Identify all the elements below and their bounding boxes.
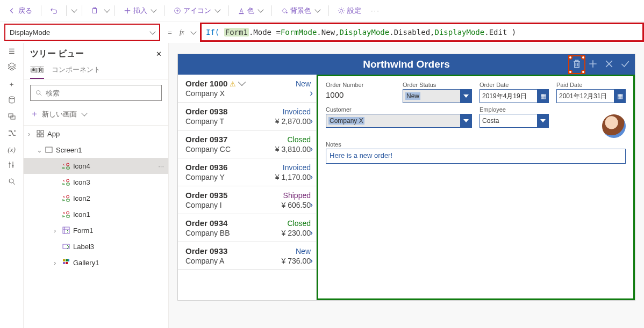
field-paid-date: Paid Date 2001年12月31日▦ xyxy=(556,82,626,103)
bucket-icon xyxy=(281,7,288,14)
order-date-picker[interactable]: 2019年4月19日▦ xyxy=(480,89,549,103)
tree-title: ツリー ビュー xyxy=(30,48,84,60)
rail-advanced[interactable] xyxy=(8,129,16,139)
rail-variables[interactable]: (x) xyxy=(8,145,15,154)
settings-button[interactable]: 設定 xyxy=(334,4,364,18)
svg-point-20 xyxy=(67,212,69,214)
tree-item-icon xyxy=(44,145,54,154)
accept-icon[interactable] xyxy=(620,59,631,71)
employee-dropdown[interactable]: Costa xyxy=(480,114,549,128)
fx-button[interactable]: fx xyxy=(175,28,200,37)
color-button[interactable]: 色 xyxy=(234,4,266,18)
rail-tools[interactable] xyxy=(8,161,16,171)
chevron-right-icon: › xyxy=(310,255,313,266)
rail-hamburger[interactable]: ☰ xyxy=(9,47,15,55)
tree-item-label: App xyxy=(47,130,164,138)
paid-date-picker[interactable]: 2001年12月31日▦ xyxy=(556,89,626,103)
undo-icon xyxy=(50,7,58,14)
customer-dropdown[interactable]: Company X xyxy=(326,114,472,128)
gallery-item[interactable]: Order 0938InvoicedCompany T¥ 2,870.00› xyxy=(178,103,316,130)
tree-item-label: Gallery1 xyxy=(73,259,164,267)
chevron-down-icon[interactable] xyxy=(71,6,77,12)
order-status-dropdown[interactable]: New xyxy=(403,89,472,103)
rail-search[interactable] xyxy=(8,177,16,187)
svg-point-4 xyxy=(286,12,288,13)
gallery-item[interactable]: Order 0933NewCompany A¥ 736.00› xyxy=(178,242,316,270)
rail-tree[interactable] xyxy=(7,62,17,73)
gallery-item[interactable]: Order 0934ClosedCompany BB¥ 230.00› xyxy=(178,214,316,242)
svg-point-19 xyxy=(67,195,69,198)
chevron-down-icon xyxy=(257,6,263,12)
gallery-item[interactable]: Order 0936InvoicedCompany Y¥ 1,170.00› xyxy=(178,158,316,186)
tree-item-icon2[interactable]: Icon2 xyxy=(24,190,168,206)
fx-icon: fx xyxy=(180,28,188,37)
cancel-icon[interactable] xyxy=(604,59,614,71)
order-gallery[interactable]: Order 1000⚠NewCompany X›Order 0938Invoic… xyxy=(178,75,317,300)
tree-item-form1[interactable]: ›Form1 xyxy=(24,222,168,238)
gallery-item[interactable]: Order 0935ShippedCompany I¥ 606.50› xyxy=(178,186,316,214)
delete-icon-selected[interactable] xyxy=(571,59,582,71)
canvas[interactable]: Northwind Orders Order 1000⚠NewCompany X… xyxy=(169,43,644,328)
tree-item-label: Icon1 xyxy=(73,210,164,218)
tree-item-gallery1[interactable]: ›Gallery1 xyxy=(24,254,168,271)
svg-rect-14 xyxy=(37,134,40,137)
svg-rect-26 xyxy=(63,262,65,264)
gallery-item[interactable]: Order 0937ClosedCompany CC¥ 3,810.00› xyxy=(178,130,316,158)
chevron-down-icon[interactable] xyxy=(104,6,110,12)
tree-item-icon3[interactable]: Icon3 xyxy=(24,174,168,190)
plus-icon xyxy=(124,7,131,14)
tree-search[interactable] xyxy=(30,85,162,101)
formula-bar: DisplayMode = fx If( Form1 .Mode = FormM… xyxy=(0,21,644,43)
undo-button[interactable] xyxy=(47,5,61,17)
tree-item-icon xyxy=(35,129,45,138)
property-selector[interactable]: DisplayMode xyxy=(4,24,160,41)
icon-button[interactable]: アイコン xyxy=(170,4,223,18)
bgcolor-button[interactable]: 背景色 xyxy=(277,4,323,18)
employee-avatar xyxy=(602,114,626,138)
separator xyxy=(328,5,329,16)
chevron-down-icon xyxy=(151,6,156,12)
check-icon xyxy=(620,59,631,69)
rail-media[interactable] xyxy=(8,112,16,122)
rail-insert[interactable]: ＋ xyxy=(8,79,15,89)
tree-item-icon4[interactable]: Icon4··· xyxy=(24,158,168,174)
tree-item-label: Icon4 xyxy=(73,162,156,170)
tree-search-input[interactable] xyxy=(46,89,157,97)
app-header: Northwind Orders xyxy=(178,54,635,75)
new-screen-button[interactable]: ＋ 新しい画面 xyxy=(30,106,162,122)
back-button[interactable]: 戻る xyxy=(5,4,35,18)
add-icon[interactable] xyxy=(588,59,598,71)
tree-item-icon xyxy=(61,162,71,170)
warning-icon: ⚠ xyxy=(230,80,236,88)
calendar-icon: ▦ xyxy=(614,89,626,103)
close-icon[interactable]: ✕ xyxy=(156,50,162,58)
separator xyxy=(228,5,229,16)
database-icon xyxy=(8,96,16,104)
tree-item-label3[interactable]: Label3 xyxy=(24,238,168,254)
svg-point-11 xyxy=(37,91,40,94)
tab-screens[interactable]: 画面 xyxy=(30,62,44,79)
insert-button[interactable]: 挿入 xyxy=(120,4,159,18)
notes-input[interactable]: Here is a new order! xyxy=(326,149,626,164)
field-order-date: Order Date 2019年4月19日▦ xyxy=(480,82,549,103)
tree-item-icon1[interactable]: Icon1 xyxy=(24,206,168,222)
tree-item-app[interactable]: ›App xyxy=(24,126,168,142)
svg-rect-21 xyxy=(63,227,69,234)
paste-button[interactable] xyxy=(88,5,102,17)
tree-view-panel: ツリー ビュー ✕ 画面 コンポーネント ＋ 新しい画面 ›App⌄Screen… xyxy=(24,43,169,328)
separator xyxy=(271,5,272,16)
rail-data[interactable] xyxy=(8,96,16,106)
close-icon xyxy=(604,59,614,69)
chevron-icon: › xyxy=(54,227,59,235)
formula-input[interactable]: If( Form1 .Mode = FormMode .New, Display… xyxy=(200,23,644,42)
gallery-item[interactable]: Order 1000⚠NewCompany X› xyxy=(178,75,316,103)
sliders-icon xyxy=(8,161,16,169)
field-notes: Notes Here is a new order! xyxy=(326,141,626,164)
chevron-down-icon xyxy=(238,78,246,86)
tab-components[interactable]: コンポーネント xyxy=(52,62,101,79)
more-icon[interactable]: ··· xyxy=(158,162,164,170)
tree-item-screen1[interactable]: ⌄Screen1 xyxy=(24,142,168,158)
overflow-button[interactable]: ··· xyxy=(368,4,383,17)
clipboard-icon xyxy=(91,7,98,14)
tree-item-icon xyxy=(61,194,71,202)
